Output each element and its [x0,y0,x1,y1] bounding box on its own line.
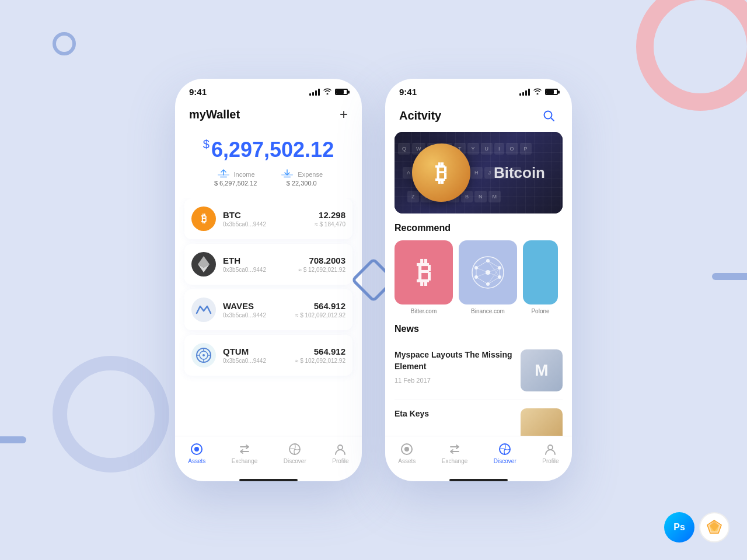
expense-icon [280,169,294,180]
bitcoin-banner: Q W E R T Y U I O P [395,132,563,214]
btc-name: BTC [223,210,266,220]
coin-info-waves: WAVES 0x3b5ca0...9442 [223,301,266,318]
news-item-1[interactable]: Myspace Layouts The Missing Element 11 F… [395,341,563,400]
coin-item-waves[interactable]: WAVES 0x3b5ca0...9442 564.912 ≈ $ 102,09… [184,289,352,330]
recommend-title: Recommend [395,223,563,233]
exchange-icon-2 [448,442,462,456]
activity-title: Acitvity [399,109,441,123]
news-title-2: Eta Keys [395,408,514,420]
nav-exchange-2[interactable]: Exchange [442,442,467,464]
news-title-1: Myspace Layouts The Missing Element [395,349,514,372]
status-icons-2 [519,88,558,96]
phone-wallet: 9:41 myWallet [175,79,362,481]
coin-info-btc: BTC 0x3b5ca0...9442 [223,210,266,228]
expense-label: Expense [298,171,323,178]
nav-profile-2[interactable]: Profile [542,442,558,464]
waves-logo [191,298,216,322]
eth-amount: 708.2003 [298,256,345,265]
add-button[interactable]: + [340,106,348,123]
recommend-row: ₿ Bitter.com [395,240,563,314]
recommend-card-polo[interactable]: Polone [523,240,558,314]
svg-point-36 [404,447,409,452]
assets-label-2: Assets [398,458,416,464]
status-bar-1: 9:41 [175,79,362,100]
home-indicator-2 [449,479,508,481]
waves-name: WAVES [223,301,266,311]
recommend-card-binance[interactable]: Binance.com [459,240,517,314]
bg-decoration-circle-outline [53,356,169,473]
nav-assets-2[interactable]: Assets [398,442,416,464]
svg-rect-3 [284,176,291,178]
svg-point-34 [486,270,490,275]
news-item-2[interactable]: Eta Keys [395,400,563,436]
activity-scroll-content: Q W E R T Y U I O P [385,132,572,436]
btc-addr: 0x3b5ca0...9442 [223,221,266,228]
coin-right-waves: 564.912 ≈ $ 102,092,012.92 [295,301,345,318]
activity-header: Acitvity [385,100,572,132]
nav-profile-1[interactable]: Profile [332,442,348,464]
expense-row: Expense [280,169,323,180]
coin-item-eth[interactable]: ETH 0x3b5ca0...9442 708.2003 ≈ $ 12,092,… [184,244,352,285]
coin-left-eth: ETH 0x3b5ca0...9442 [191,252,266,276]
profile-label-1: Profile [332,458,348,464]
expense-item: Expense $ 22,300.0 [280,169,323,187]
profile-label-2: Profile [542,458,558,464]
recommend-label-polo: Polone [531,308,549,314]
svg-line-16 [551,118,554,121]
news-title: News [395,324,563,334]
qtum-name: QTUM [223,346,266,356]
svg-point-12 [194,447,199,452]
coin-right-qtum: 564.912 ≈ $ 102,092,012.92 [295,346,345,364]
qtum-logo [191,343,216,368]
svg-point-14 [338,445,343,450]
tool-badges: Ps [664,512,729,542]
search-button[interactable] [539,106,558,125]
bottom-nav-1: Assets Exchange Discover [175,436,362,476]
recommend-label-binance: Binance.com [471,308,505,314]
discover-icon-2 [498,442,512,456]
coin-right-eth: 708.2003 ≈ $ 12,092,021.92 [298,256,345,273]
qtum-value: ≈ $ 102,092,012.92 [295,358,345,364]
eth-addr: 0x3b5ca0...9442 [223,267,266,273]
assets-icon-1 [190,442,204,456]
recommend-card-btc[interactable]: ₿ Bitter.com [395,240,453,314]
svg-line-24 [488,261,500,268]
expense-value: $ 22,300.0 [287,180,317,187]
qtum-addr: 0x3b5ca0...9442 [223,358,266,364]
waves-value: ≈ $ 102,092,012.92 [295,312,345,318]
coin-info-qtum: QTUM 0x3b5ca0...9442 [223,346,266,364]
wifi-icon-2 [533,88,542,96]
exchange-label-1: Exchange [232,458,257,464]
battery-icon-2 [545,89,558,95]
balance-amount: 6,297,502.12 [211,138,334,162]
wallet-header: myWallet + [175,100,362,132]
status-bar-2: 9:41 [385,79,572,100]
income-icon [217,169,231,180]
sketch-badge [699,512,729,542]
profile-icon-2 [543,442,557,456]
bitcoin-banner-bg: Q W E R T Y U I O P [395,132,563,214]
coin-left-waves: WAVES 0x3b5ca0...9442 [191,298,266,322]
exchange-icon-1 [238,442,252,456]
coin-item-btc[interactable]: ₿ BTC 0x3b5ca0...9442 12.298 ≈ $ 184,470 [184,198,352,239]
nav-discover-2[interactable]: Discover [494,442,516,464]
currency-symbol: $ [203,138,210,150]
assets-icon-2 [400,442,414,456]
activity-content-wrapper: Acitvity Q [385,100,572,436]
battery-icon-1 [335,89,348,95]
assets-label-1: Assets [188,458,205,464]
phone-activity: 9:41 Acitvity [385,79,572,481]
nav-assets-1[interactable]: Assets [188,442,205,464]
nav-exchange-1[interactable]: Exchange [232,442,257,464]
btc-value: ≈ $ 184,470 [315,221,345,228]
svg-line-27 [476,277,488,284]
signal-icon-2 [519,89,530,96]
svg-rect-1 [220,176,227,178]
nav-discover-1[interactable]: Discover [284,442,306,464]
coin-item-qtum[interactable]: QTUM 0x3b5ca0...9442 564.912 ≈ $ 102,092… [184,335,352,376]
signal-icon-1 [309,89,320,96]
svg-line-26 [488,277,500,284]
binance-network-icon [470,255,505,290]
bg-decoration-bar-left [0,436,26,443]
waves-addr: 0x3b5ca0...9442 [223,312,266,318]
